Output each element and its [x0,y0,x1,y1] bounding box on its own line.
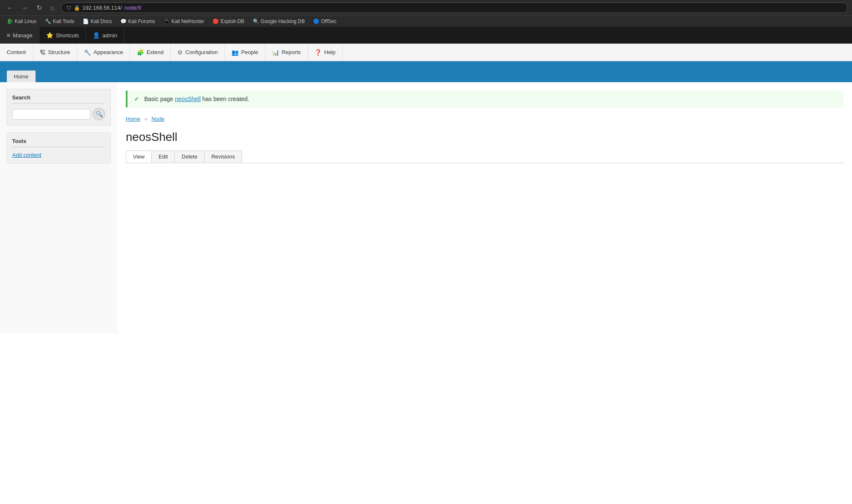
tab-edit[interactable]: Edit [151,151,175,163]
browser-chrome: ← → ↻ ⌂ 🛡 🔒 192.168.56.114/node/9 [0,0,852,16]
bookmark-kali-docs-label: Kali Docs [91,18,112,24]
lock-icon: 🔒 [74,5,80,11]
nav-extend-label: Extend [146,49,163,55]
nav-reports-label: Reports [282,49,301,55]
bookmark-kali-forums[interactable]: 💬 Kali Forums [117,18,158,25]
shortcuts-menu-item[interactable]: ⭐ Shortcuts [39,27,86,44]
tools-block: Tools Add content [7,132,111,164]
bookmark-kali-nethunter-label: Kali NetHunter [171,18,204,24]
breadcrumb: Home » Node [126,116,844,122]
nav-help[interactable]: ❓ Help [308,44,343,61]
manage-label: Manage [13,32,32,39]
nav-structure[interactable]: 🏗 Structure [33,44,78,61]
kali-tools-icon: 🔧 [45,18,51,24]
bookmark-kali-docs[interactable]: 📄 Kali Docs [79,18,115,25]
bookmark-offsec[interactable]: 🔵 OffSec [310,18,340,25]
check-icon: ✔ [134,96,139,102]
reports-icon: 📊 [272,49,279,56]
nav-bar: Content 🏗 Structure 🔧 Appearance 🧩 Exten… [0,44,852,61]
search-button[interactable]: 🔍 [93,108,105,120]
search-heading: Search [12,94,105,104]
structure-icon: 🏗 [40,49,46,56]
bookmark-kali-forums-label: Kali Forums [128,18,155,24]
nav-configuration[interactable]: ⚙ Configuration [171,44,225,61]
bookmark-google-hacking-db[interactable]: 🔍 Google Hacking DB [249,18,308,25]
breadcrumb-home[interactable]: Home [126,116,140,122]
manage-icon: ≡ [7,32,10,39]
home-tab[interactable]: Home [7,70,36,82]
user-icon: 👤 [93,32,100,39]
sidebar: Search 🔍 Tools Add content [0,82,117,334]
kali-docs-icon: 📄 [83,18,89,24]
bookmarks-bar: 🐉 Kali Linux 🔧 Kali Tools 📄 Kali Docs 💬 … [0,16,852,27]
nav-appearance[interactable]: 🔧 Appearance [77,44,130,61]
page-content: ✔ Basic page neosShell has been created.… [117,82,852,334]
nav-help-label: Help [324,49,335,55]
action-tabs: View Edit Delete Revisions [126,151,844,163]
success-message: ✔ Basic page neosShell has been created. [126,91,844,107]
bookmark-kali-tools[interactable]: 🔧 Kali Tools [42,18,78,25]
offsec-icon: 🔵 [313,18,320,24]
success-text-suffix: has been created. [201,96,249,102]
kali-forums-icon: 💬 [120,18,127,24]
configuration-icon: ⚙ [177,49,183,56]
shortcuts-label: Shortcuts [56,32,79,39]
people-icon: 👥 [231,49,239,56]
nav-appearance-label: Appearance [94,49,123,55]
blue-header: Home [0,61,852,82]
tab-revisions[interactable]: Revisions [204,151,242,163]
search-input[interactable] [12,109,90,120]
help-icon: ❓ [314,49,322,56]
nav-people[interactable]: 👥 People [225,44,265,61]
success-text-prefix: Basic page [144,96,175,102]
nav-people-label: People [241,49,258,55]
bookmark-exploit-db-label: Exploit-DB [221,18,244,24]
tab-view[interactable]: View [126,151,152,163]
success-node-link[interactable]: neosShell [175,96,201,102]
bookmark-kali-linux[interactable]: 🐉 Kali Linux [3,18,40,25]
tab-delete[interactable]: Delete [174,151,205,163]
exploit-db-icon: 🔴 [213,18,219,24]
kali-linux-icon: 🐉 [7,18,13,24]
google-hacking-db-icon: 🔍 [253,18,259,24]
bookmark-kali-linux-label: Kali Linux [15,18,36,24]
home-button[interactable]: ⌂ [48,3,57,13]
appearance-icon: 🔧 [84,49,91,56]
node-title: neosShell [126,130,844,144]
forward-button[interactable]: → [19,3,30,13]
breadcrumb-sep: » [144,116,147,122]
shortcuts-icon: ⭐ [46,32,53,39]
bookmark-exploit-db[interactable]: 🔴 Exploit-DB [209,18,248,25]
address-bar[interactable]: 🛡 🔒 192.168.56.114/node/9 [61,3,848,13]
back-button[interactable]: ← [4,3,15,13]
nav-content-label: Content [7,49,26,55]
nav-configuration-label: Configuration [185,49,218,55]
manage-menu-item[interactable]: ≡ Manage [0,27,39,44]
search-block: Search 🔍 [7,89,111,126]
admin-label: admin [102,32,117,39]
refresh-button[interactable]: ↻ [34,3,44,13]
nav-structure-label: Structure [48,49,70,55]
search-button-icon: 🔍 [96,111,103,117]
add-content-link[interactable]: Add content [12,152,41,158]
nav-content[interactable]: Content [0,44,33,61]
url-highlight: node/9 [125,5,141,11]
extend-icon: 🧩 [137,49,144,56]
bookmark-kali-nethunter[interactable]: 📱 Kali NetHunter [160,18,208,25]
breadcrumb-node[interactable]: Node [151,116,164,122]
bookmark-offsec-label: OffSec [321,18,336,24]
admin-menu-item[interactable]: 👤 admin [86,27,124,44]
bookmark-google-hacking-db-label: Google Hacking DB [261,18,305,24]
admin-bar: ≡ Manage ⭐ Shortcuts 👤 admin [0,27,852,44]
shield-icon: 🛡 [66,5,71,11]
main-content: Search 🔍 Tools Add content ✔ Basic page … [0,82,852,334]
url-base: 192.168.56.114/ [83,5,122,11]
nav-extend[interactable]: 🧩 Extend [130,44,170,61]
nav-reports[interactable]: 📊 Reports [265,44,308,61]
kali-nethunter-icon: 📱 [164,18,170,24]
search-row: 🔍 [12,108,105,120]
bookmark-kali-tools-label: Kali Tools [53,18,74,24]
tools-heading: Tools [12,138,105,147]
